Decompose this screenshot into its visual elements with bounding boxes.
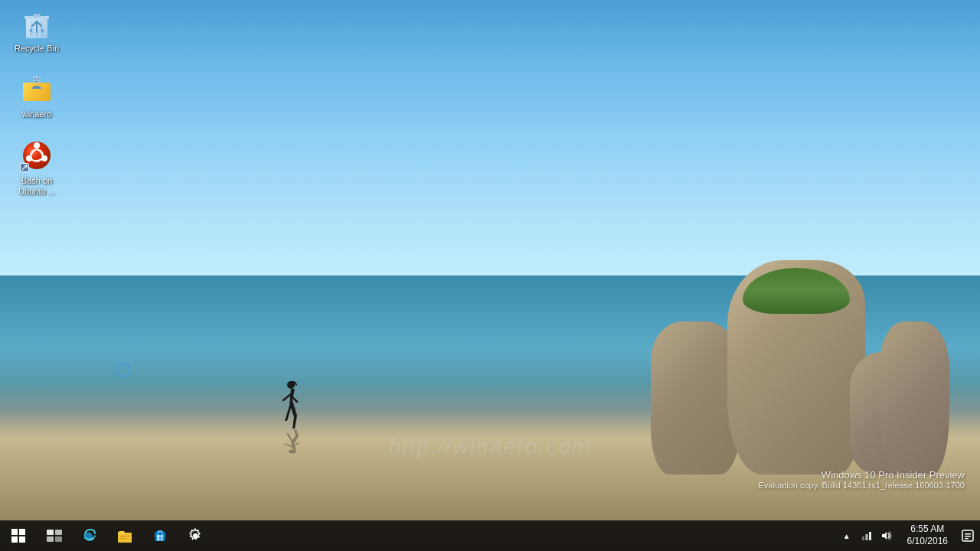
winaero-label: winaero <box>22 109 52 119</box>
rock-group-2 <box>880 321 949 474</box>
store-icon <box>152 527 168 544</box>
network-icon[interactable] <box>857 520 877 551</box>
clock-area[interactable]: 6:55 AM 6/10/2016 <box>900 520 956 551</box>
notification-icon <box>962 530 974 542</box>
settings-button[interactable] <box>178 520 213 551</box>
svg-rect-29 <box>862 536 864 540</box>
task-view-button[interactable] <box>37 520 72 551</box>
file-explorer-icon <box>116 527 133 544</box>
svg-rect-25 <box>161 535 164 538</box>
edge-icon <box>81 527 98 544</box>
svg-point-13 <box>34 142 40 148</box>
eval-text-block: Windows 10 Pro Insider Preview Evaluatio… <box>759 469 965 490</box>
settings-icon <box>187 527 204 544</box>
system-tray: ▲ <box>834 520 980 551</box>
svg-rect-24 <box>157 535 160 538</box>
svg-rect-20 <box>55 536 62 542</box>
sky-background <box>0 0 980 303</box>
svg-point-11 <box>38 78 39 80</box>
volume-icon[interactable] <box>877 520 897 551</box>
taskbar: ▲ <box>0 520 980 551</box>
recycle-bin-image <box>21 9 52 40</box>
svg-rect-31 <box>869 532 871 540</box>
svg-rect-19 <box>47 536 54 542</box>
notification-center-button[interactable] <box>956 520 980 551</box>
task-view-icon <box>46 527 63 544</box>
winaero-image <box>20 72 54 106</box>
svg-rect-30 <box>865 534 867 540</box>
windows-logo-icon <box>11 529 25 543</box>
desktop: http://winaero.com Windows 10 Pro Inside… <box>0 0 980 551</box>
tray-icons: ▲ <box>834 520 900 551</box>
desktop-icons-area: Recycle Bin <box>0 0 74 218</box>
svg-rect-35 <box>965 538 969 540</box>
eval-line2: Evaluation copy. Build 14361.rs1_release… <box>759 481 965 490</box>
bash-ubuntu-image <box>20 139 54 172</box>
svg-point-10 <box>34 78 36 80</box>
svg-point-1 <box>289 450 296 454</box>
bash-ubuntu-label: Bash on Ubuntu ... <box>9 175 64 197</box>
file-explorer-button[interactable] <box>107 520 142 551</box>
show-hidden-icons-button[interactable]: ▲ <box>837 520 857 551</box>
svg-rect-4 <box>33 14 41 17</box>
bash-ubuntu-icon[interactable]: Bash on Ubuntu ... <box>6 135 67 201</box>
start-button[interactable] <box>0 520 37 551</box>
rock-main <box>727 260 865 474</box>
svg-rect-27 <box>161 538 164 541</box>
watermark-text: http://winaero.com <box>389 435 592 459</box>
store-button[interactable] <box>142 520 178 551</box>
svg-rect-18 <box>55 530 62 535</box>
eval-line1: Windows 10 Pro Insider Preview <box>759 469 965 481</box>
rock-vegetation <box>743 268 850 314</box>
svg-rect-26 <box>157 538 160 541</box>
svg-rect-22 <box>120 536 129 537</box>
shortcut-arrow <box>20 163 29 172</box>
svg-rect-23 <box>120 538 126 540</box>
clock-time: 6:55 AM <box>910 523 944 536</box>
recycle-bin-label: Recycle Bin <box>15 43 59 54</box>
winaero-icon[interactable]: winaero <box>6 69 67 122</box>
svg-rect-33 <box>965 533 971 535</box>
recycle-bin-icon[interactable]: Recycle Bin <box>6 6 67 57</box>
svg-rect-34 <box>965 536 971 537</box>
edge-browser-button[interactable] <box>72 520 107 551</box>
svg-rect-17 <box>47 530 54 535</box>
clock-date: 6/10/2016 <box>907 536 948 548</box>
taskbar-items <box>37 520 213 551</box>
runner-reflection <box>277 422 304 455</box>
rock-formations <box>727 260 865 474</box>
